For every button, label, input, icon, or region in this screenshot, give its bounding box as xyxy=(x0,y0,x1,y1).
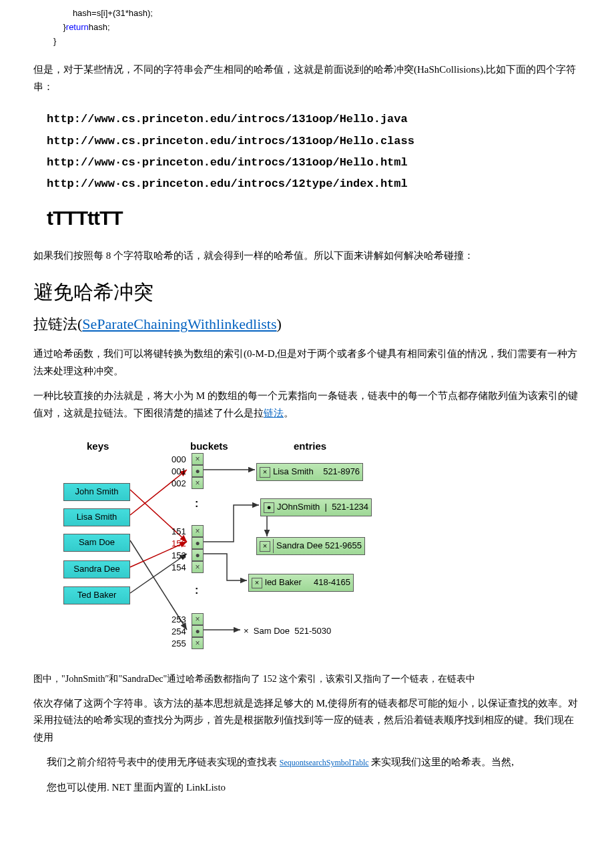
entry-num: 521-5030 xyxy=(294,626,331,636)
bucket-cell: ● xyxy=(192,465,204,477)
url-line: http://www·cs·princeton.edu/introcs/131o… xyxy=(47,152,581,173)
bucket-cell: ● xyxy=(192,537,204,549)
paragraph: 我们之前介绍符号表中的使用无序链表实现的查找表 SequontsearchSym… xyxy=(47,754,581,771)
x-icon: × xyxy=(252,578,262,588)
header-entries: entries xyxy=(294,438,326,454)
chain-method-link[interactable]: 链法 xyxy=(264,408,284,418)
entry-num: 521-8976 xyxy=(323,465,360,479)
code-line: hash=s[i]+(31*hash); xyxy=(53,7,581,21)
paragraph: 如果我们按照每 8 个字符取哈希的话，就会得到一样的哈希值。所以下面来讲解如何解… xyxy=(33,248,581,265)
bucket-num: 154 xyxy=(172,561,186,575)
key-ted-baker: Ted Baker xyxy=(63,586,130,604)
bucket-cell: × xyxy=(192,561,204,573)
code-block: hash=s[i]+(31*hash); }returnhash; } xyxy=(53,7,581,48)
entry-num: 521-9655 xyxy=(325,539,362,553)
key-john-smith: John Smith xyxy=(63,483,130,501)
url-line: http://www.cs.princeton.edu/introcs/131o… xyxy=(47,131,581,152)
header-buckets: buckets xyxy=(190,438,228,454)
paragraph: 您也可以使用. NET 里面内置的 LinkListo xyxy=(47,779,581,797)
chaining-link[interactable]: SeParateChainingWithlinkedlists xyxy=(82,316,276,332)
entry-john-smith: ● JOhnSmith | 521-1234 xyxy=(260,498,372,516)
heading-2: 拉链法(SeParateChainingWithlinkedlists) xyxy=(33,312,581,336)
ttt-text: tTTTttTT xyxy=(47,202,581,234)
x-icon: × xyxy=(244,626,249,636)
paragraph: 但是，对于某些情况，不同的字符串会产生相同的哈希值，这就是前面说到的哈希冲突(H… xyxy=(33,61,581,95)
dot-icon: ● xyxy=(264,502,274,513)
entry-num: 418-4165 xyxy=(314,576,350,590)
entry-lisa-smith: × Lisa Smith 521-8976 xyxy=(256,463,363,481)
paragraph: 一种比较直接的办法就是，将大小为 M 的数组的每一个元素指向一条链表，链表中的每… xyxy=(33,388,581,422)
entry-name: Sandra Dee xyxy=(273,539,322,553)
entry-name: JOhnSmith xyxy=(277,500,320,514)
entry-name: Sam Doe xyxy=(254,626,290,636)
bucket-cell: × xyxy=(192,613,204,625)
url-line: http://www·cs.princeton.edu/introcs/12ty… xyxy=(47,173,581,195)
x-icon: × xyxy=(260,541,270,552)
separate-chaining-diagram: keys buckets entries John Smith Lisa Smi… xyxy=(60,438,434,662)
bucket-cell: × xyxy=(192,637,204,649)
paragraph: 依次存储了这两个字符串。该方法的基本思想就是选择足够大的 M,使得所有的链表都尽… xyxy=(33,695,581,747)
h2-prefix: 拉链法 xyxy=(33,316,77,332)
url-list: http://www.cs.princeton.edu/introcs/131o… xyxy=(47,109,581,195)
code-line: } xyxy=(53,35,581,49)
bucket-cell: × xyxy=(192,525,204,537)
x-icon: × xyxy=(260,467,270,478)
key-sandra-dee: Sandra Dee xyxy=(63,560,130,578)
bucket-cell: ● xyxy=(192,625,204,637)
bucket-cell: ● xyxy=(192,549,204,561)
header-keys: keys xyxy=(87,438,109,454)
keyword-return: return xyxy=(66,22,89,32)
entry-sam-doe: × Sam Doe 521-5030 xyxy=(244,624,331,638)
key-lisa-smith: Lisa Smith xyxy=(63,508,130,526)
bucket-cell: × xyxy=(192,453,204,465)
bucket-num: 002 xyxy=(172,477,186,491)
entry-name: led Baker xyxy=(265,576,302,590)
entry-ted-baker: × led Baker 418-4165 xyxy=(248,574,354,592)
paragraph: 通过哈希函数，我们可以将键转换为数组的索引(0-M-D,但是对于两个或者多个键具… xyxy=(33,346,581,380)
entry-num: 521-1234 xyxy=(332,500,368,514)
symbol-table-link[interactable]: SequontsearchSymbolTablc xyxy=(280,758,369,767)
bucket-num: 255 xyxy=(172,637,186,651)
bucket-cell: × xyxy=(192,477,204,489)
entry-sandra-dee: × Sandra Dee 521-9655 xyxy=(256,537,365,555)
code-line: }returnhash; xyxy=(53,21,581,35)
vdots-icon: : xyxy=(195,502,198,506)
entry-name: Lisa Smith xyxy=(273,465,314,479)
heading-1: 避免哈希冲突 xyxy=(33,276,581,308)
key-sam-doe: Sam Doe xyxy=(63,534,130,552)
url-line: http://www.cs.princeton.edu/introcs/131o… xyxy=(47,109,581,130)
diagram-caption: 图中，"JohnSmith″和"SandraDec"通过哈希函数都指向了 152… xyxy=(33,672,581,687)
vdots-icon: : xyxy=(195,588,198,592)
